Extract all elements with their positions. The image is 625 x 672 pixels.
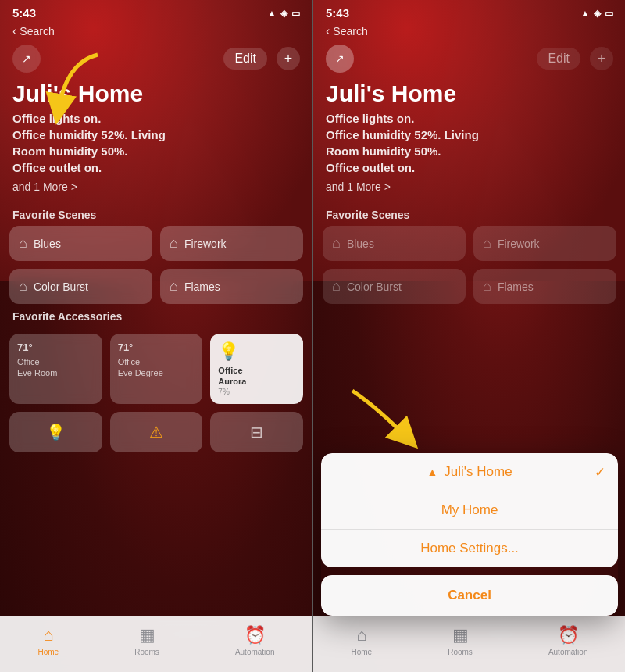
time-right: 5:43 [326, 6, 349, 20]
dropdown-item-julis-home[interactable]: ▲ Juli's Home ✓ [321, 453, 618, 491]
scenes-grid-right: ⌂ Blues ⌂ Firework ⌂ Color Burst ⌂ Flame… [313, 226, 625, 304]
location-dot-icon: ▲ [427, 466, 438, 478]
accessory-name-eve-room-left: OfficeEve Room [17, 356, 95, 379]
accessory-outlet-left[interactable]: ⊟ [210, 412, 303, 452]
status-bar-right: 5:43 ▲ ◈ ▭ [313, 0, 625, 23]
right-phone-panel: 5:43 ▲ ◈ ▭ ‹ Search ↗ Edit + Juli's Home… [313, 0, 625, 672]
scene-label-firework-right: Firework [498, 238, 540, 250]
scene-icon-blues-left: ⌂ [19, 235, 27, 252]
home-title-right: Juli's Home [313, 77, 625, 109]
dropdown-label-julis-home: Juli's Home [444, 464, 512, 480]
location-button-right[interactable]: ↗ [326, 45, 354, 73]
status-bar-left: 5:43 ▲ ◈ ▭ [0, 0, 312, 23]
scene-firework-left[interactable]: ⌂ Firework [160, 226, 303, 261]
home-dropdown-menu: ▲ Juli's Home ✓ My Home Home Settings... [321, 453, 618, 567]
edit-button-right[interactable]: Edit [537, 48, 580, 70]
rooms-tab-icon-left: ▦ [139, 625, 155, 645]
status-icons-right: ▲ ◈ ▭ [580, 8, 613, 19]
location-button-left[interactable]: ↗ [12, 45, 41, 73]
home-status-right: Office lights on.Office humidity 52%. Li… [313, 109, 625, 177]
home-tab-label-right: Home [352, 648, 373, 656]
tab-automation-left[interactable]: ⏰ Automation [235, 625, 275, 656]
signal-icon-left: ▲ [267, 8, 277, 19]
plus-icon-left: + [284, 51, 293, 67]
scene-icon-firework-right: ⌂ [483, 235, 491, 252]
plus-button-left[interactable]: + [277, 47, 300, 70]
favorite-scenes-label-right: Favorite Scenes [313, 202, 625, 226]
rooms-tab-label-left: Rooms [134, 648, 159, 656]
header-row-right: ↗ Edit + [313, 40, 625, 77]
scene-label-colorburst-right: Color Burst [347, 281, 402, 293]
battery-icon-left: ▭ [291, 8, 300, 19]
tab-automation-right[interactable]: ⏰ Automation [548, 625, 588, 656]
alert-icon-left: ⚠ [149, 423, 163, 441]
time-left: 5:43 [12, 6, 36, 20]
home-tab-icon-right: ⌂ [356, 625, 366, 645]
bulb-icon-aurora-left: 💡 [218, 341, 295, 362]
left-phone-panel: 5:43 ▲ ◈ ▭ ‹ Search ↗ Edit + Juli's Home… [0, 0, 312, 672]
scene-icon-blues-right: ⌂ [332, 235, 341, 252]
accessory-temp-eve-room-left: 71° [17, 341, 95, 353]
accessory-aurora-left[interactable]: 💡 OfficeAurora 7% [210, 334, 303, 404]
automation-tab-icon-left: ⏰ [245, 625, 266, 645]
more-link-left[interactable]: and 1 More > [0, 177, 312, 202]
scene-icon-colorburst-left: ⌂ [19, 278, 27, 295]
accessory-temp-eve-degree-left: 71° [118, 341, 195, 353]
tab-home-left[interactable]: ⌂ Home [38, 625, 59, 656]
dropdown-item-my-home[interactable]: My Home [321, 491, 618, 530]
scenes-grid-left: ⌂ Blues ⌂ Firework ⌂ Color Burst ⌂ Flame… [0, 226, 312, 304]
plus-button-right[interactable]: + [590, 47, 613, 70]
scene-icon-firework-left: ⌂ [170, 235, 178, 252]
favorite-scenes-label-left: Favorite Scenes [0, 202, 312, 226]
accessory-eve-room-left[interactable]: 71° OfficeEve Room [9, 334, 102, 404]
accessory-name-eve-degree-left: OfficeEve Degree [118, 356, 195, 379]
search-bar-left[interactable]: ‹ Search [0, 23, 312, 40]
tab-rooms-left[interactable]: ▦ Rooms [134, 625, 159, 656]
automation-tab-icon-right: ⏰ [558, 625, 579, 645]
status-text-right: Office lights on.Office humidity 52%. Li… [326, 112, 479, 174]
tab-home-right[interactable]: ⌂ Home [352, 625, 373, 656]
search-label-left: Search [20, 25, 54, 38]
accessories-grid-left: 71° OfficeEve Room 71° OfficeEve Degree … [0, 327, 312, 404]
arrow-annotation-right [329, 383, 438, 453]
location-icon-right: ↗ [335, 52, 345, 65]
bottom-accessories-left: 💡 ⚠ ⊟ [0, 412, 312, 452]
back-icon-right: ‹ [326, 24, 330, 38]
home-dropdown-overlay: ▲ Juli's Home ✓ My Home Home Settings...… [321, 453, 618, 616]
battery-icon-right: ▭ [605, 8, 613, 19]
arrow-annotation-left [43, 47, 113, 125]
dropdown-item-home-settings[interactable]: Home Settings... [321, 530, 618, 567]
rooms-tab-icon-right: ▦ [452, 625, 469, 645]
scene-flames-left[interactable]: ⌂ Flames [160, 269, 303, 304]
scene-icon-flames-left: ⌂ [170, 278, 178, 295]
accessory-alert-left[interactable]: ⚠ [110, 412, 203, 452]
scene-blues-left[interactable]: ⌂ Blues [9, 226, 152, 261]
scene-colorburst-left[interactable]: ⌂ Color Burst [9, 269, 152, 304]
home-tab-icon-left: ⌂ [43, 625, 53, 645]
accessory-bulb-left[interactable]: 💡 [9, 412, 102, 452]
back-icon-left: ‹ [12, 24, 16, 38]
wifi-icon-right: ◈ [594, 8, 601, 19]
scene-colorburst-right[interactable]: ⌂ Color Burst [323, 269, 466, 304]
scene-label-blues-right: Blues [347, 238, 374, 250]
more-link-right[interactable]: and 1 More > [313, 177, 625, 202]
status-icons-left: ▲ ◈ ▭ [267, 8, 300, 19]
tab-rooms-right[interactable]: ▦ Rooms [448, 625, 473, 656]
scene-icon-colorburst-right: ⌂ [332, 278, 341, 295]
edit-button-left[interactable]: Edit [223, 48, 267, 70]
scene-flames-right[interactable]: ⌂ Flames [473, 269, 616, 304]
scene-blues-right[interactable]: ⌂ Blues [323, 226, 466, 261]
tab-bar-right: ⌂ Home ▦ Rooms ⏰ Automation [313, 616, 625, 672]
accessory-pct-aurora-left: 7% [218, 388, 295, 396]
search-bar-right[interactable]: ‹ Search [313, 23, 625, 40]
accessory-eve-degree-left[interactable]: 71° OfficeEve Degree [110, 334, 203, 404]
checkmark-icon: ✓ [595, 464, 605, 481]
outlet-icon-left: ⊟ [250, 423, 263, 441]
scene-label-flames-left: Flames [184, 281, 220, 293]
rooms-tab-label-right: Rooms [448, 648, 473, 656]
automation-tab-label-left: Automation [235, 648, 275, 656]
scene-firework-right[interactable]: ⌂ Firework [473, 226, 616, 261]
dropdown-label-home-settings: Home Settings... [420, 541, 519, 556]
cancel-button[interactable]: Cancel [321, 575, 618, 616]
accessory-name-aurora-left: OfficeAurora [218, 365, 295, 388]
